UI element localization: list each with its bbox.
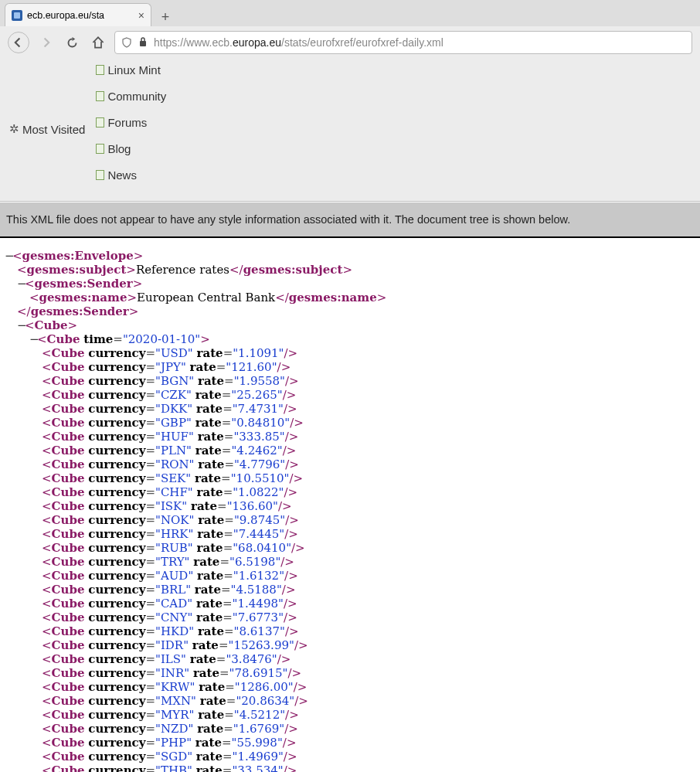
cube-rate: <Cube currency="PHP" rate="55.998"/> (5, 736, 695, 750)
cube-time-open: −<Cube time="2020-01-10"> (5, 332, 695, 346)
reload-icon (66, 37, 78, 49)
cube-rate: <Cube currency="DKK" rate="7.4731"/> (5, 402, 695, 416)
bookmark-label: Community (107, 90, 166, 103)
collapse-icon[interactable]: − (29, 332, 37, 346)
cube-rate: <Cube currency="THB" rate="33.534"/> (5, 763, 695, 772)
cube-rate: <Cube currency="NOK" rate="9.8745"/> (5, 513, 695, 527)
cube-rate: <Cube currency="HUF" rate="333.85"/> (5, 430, 695, 444)
cube-rate: <Cube currency="ILS" rate="3.8476"/> (5, 652, 695, 666)
svg-rect-0 (140, 41, 146, 46)
browser-tab[interactable]: ecb.europa.eu/sta × (5, 3, 151, 26)
cube-rate: <Cube currency="TRY" rate="6.5198"/> (5, 555, 695, 569)
cube-rate: <Cube currency="INR" rate="78.6915"/> (5, 666, 695, 680)
tab-title: ecb.europa.eu/sta (27, 10, 104, 21)
home-button[interactable] (88, 32, 108, 53)
bookmarks-toolbar: ✲Most Visited Linux MintCommunityForumsB… (0, 59, 700, 201)
cube-root-open: −<Cube> (5, 318, 695, 332)
cube-rate: <Cube currency="JPY" rate="121.60"/> (5, 360, 695, 374)
forward-button[interactable] (36, 32, 56, 53)
sender-close: </gesmes:Sender> (5, 304, 695, 318)
collapse-icon[interactable]: − (17, 318, 25, 332)
collapse-icon[interactable]: − (5, 249, 12, 263)
cube-rate: <Cube currency="CAD" rate="1.4498"/> (5, 597, 695, 610)
cube-rate: <Cube currency="HKD" rate="8.6137"/> (5, 624, 695, 638)
sender-open: −<gesmes:Sender> (5, 277, 695, 291)
xml-tree: −<gesmes:Envelope><gesmes:subject>Refere… (0, 238, 700, 772)
arrow-left-icon (13, 37, 24, 48)
cube-rate: <Cube currency="KRW" rate="1286.00"/> (5, 680, 695, 694)
cube-rate: <Cube currency="SGD" rate="1.4969"/> (5, 750, 695, 763)
lock-icon (138, 36, 148, 49)
cube-rate: <Cube currency="PLN" rate="4.2462"/> (5, 444, 695, 457)
bookmark-item[interactable]: Blog (96, 142, 166, 155)
page-icon (96, 170, 104, 180)
envelope-open: −<gesmes:Envelope> (5, 249, 695, 263)
nav-toolbar: https://www.ecb.europa.eu/stats/eurofxre… (0, 26, 700, 59)
cube-rate: <Cube currency="CZK" rate="25.265"/> (5, 388, 695, 402)
cube-rate: <Cube currency="USD" rate="1.1091"/> (5, 346, 695, 360)
cube-rate: <Cube currency="RUB" rate="68.0410"/> (5, 541, 695, 555)
bookmark-label: News (107, 168, 137, 182)
bookmark-item[interactable]: Community (96, 90, 166, 103)
bookmark-label: Forums (107, 116, 147, 129)
bookmark-label: Linux Mint (107, 63, 160, 77)
tab-close-icon[interactable]: × (138, 10, 144, 21)
home-icon (92, 36, 104, 49)
new-tab-button[interactable]: + (156, 8, 175, 26)
most-visited-button[interactable]: ✲Most Visited (9, 122, 85, 136)
cube-rate: <Cube currency="SEK" rate="10.5510"/> (5, 471, 695, 485)
name-line: <gesmes:name>European Central Bank</gesm… (5, 291, 695, 304)
cube-rate: <Cube currency="GBP" rate="0.84810"/> (5, 416, 695, 430)
browser-chrome: ecb.europa.eu/sta × + https://www.ecb.eu… (0, 0, 700, 202)
page-icon (96, 117, 104, 128)
bookmark-item[interactable]: Forums (96, 116, 166, 129)
page-icon (96, 144, 104, 154)
bookmark-label: Blog (107, 142, 131, 155)
cube-rate: <Cube currency="MYR" rate="4.5212"/> (5, 708, 695, 722)
cube-rate: <Cube currency="RON" rate="4.7796"/> (5, 457, 695, 471)
arrow-right-icon (40, 37, 51, 48)
back-button[interactable] (8, 32, 29, 53)
cube-rate: <Cube currency="AUD" rate="1.6132"/> (5, 569, 695, 583)
cube-rate: <Cube currency="NZD" rate="1.6769"/> (5, 722, 695, 736)
page-icon (96, 91, 104, 101)
cube-rate: <Cube currency="HRK" rate="7.4445"/> (5, 527, 695, 541)
xml-notice-bar: This XML file does not appear to have an… (0, 202, 700, 238)
cube-rate: <Cube currency="BRL" rate="4.5188"/> (5, 583, 695, 597)
cube-rate: <Cube currency="CHF" rate="1.0822"/> (5, 485, 695, 499)
subject-line: <gesmes:subject>Reference rates</gesmes:… (5, 263, 695, 277)
collapse-icon[interactable]: − (17, 277, 25, 291)
url-text: https://www.ecb.europa.eu/stats/eurofxre… (154, 36, 443, 49)
gear-icon: ✲ (9, 122, 19, 136)
reload-button[interactable] (62, 32, 82, 53)
cube-rate: <Cube currency="CNY" rate="7.6773"/> (5, 610, 695, 624)
tab-favicon-icon (12, 10, 22, 21)
shield-icon (121, 37, 132, 48)
tab-strip: ecb.europa.eu/sta × + (0, 0, 700, 26)
cube-rate: <Cube currency="IDR" rate="15263.99"/> (5, 638, 695, 652)
cube-rate: <Cube currency="ISK" rate="136.60"/> (5, 499, 695, 513)
cube-rate: <Cube currency="BGN" rate="1.9558"/> (5, 374, 695, 388)
bookmark-item[interactable]: Linux Mint (96, 63, 166, 77)
cube-rate: <Cube currency="MXN" rate="20.8634"/> (5, 694, 695, 708)
page-icon (96, 65, 104, 75)
url-bar[interactable]: https://www.ecb.europa.eu/stats/eurofxre… (114, 31, 692, 54)
most-visited-label: Most Visited (22, 123, 85, 136)
bookmark-item[interactable]: News (96, 168, 166, 182)
